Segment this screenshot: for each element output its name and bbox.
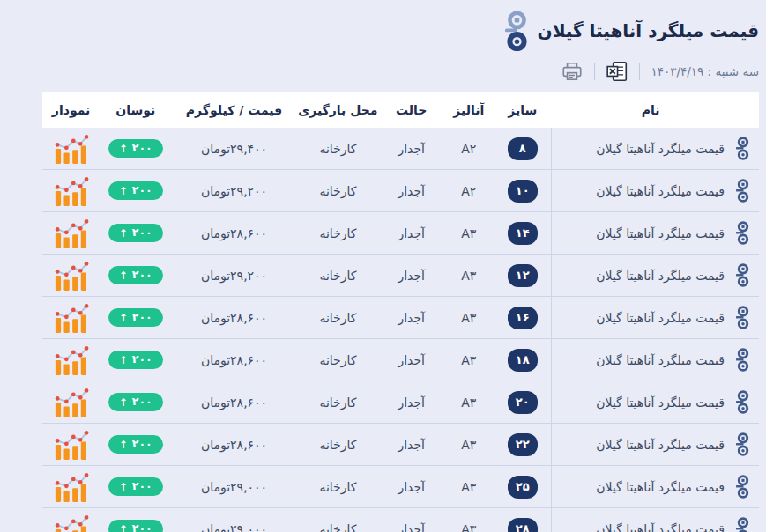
fluctuation-cell: ۲۰۰ ↑ (100, 212, 171, 254)
arrow-up-icon: ↑ (119, 397, 128, 408)
table-row[interactable]: قیمت میلگرد آناهیتا گیلان ۱۴ A۳ آجدار کا… (42, 212, 759, 255)
row-name-cell[interactable]: قیمت میلگرد آناهیتا گیلان (551, 128, 759, 169)
table-row[interactable]: قیمت میلگرد آناهیتا گیلان ۱۰ A۲ آجدار کا… (42, 170, 759, 212)
row-name-cell[interactable]: قیمت میلگرد آناهیتا گیلان (551, 212, 759, 254)
table-row[interactable]: قیمت میلگرد آناهیتا گیلان ۲۵ A۳ آجدار کا… (42, 466, 759, 508)
print-button[interactable] (561, 60, 584, 83)
price-value: ۲۹,۲۰۰ (230, 184, 267, 198)
size-badge: ۲۰ (508, 391, 538, 414)
product-name[interactable]: قیمت میلگرد آناهیتا گیلان (596, 142, 725, 156)
arrow-up-icon: ↑ (119, 524, 128, 532)
mini-bar-chart-icon[interactable] (54, 430, 89, 460)
row-name-cell[interactable]: قیمت میلگرد آناهیتا گیلان (551, 339, 759, 381)
product-name[interactable]: قیمت میلگرد آناهیتا گیلان (596, 480, 725, 494)
rebar-rings-icon (505, 11, 529, 51)
price-unit: تومان (201, 353, 230, 367)
chart-cell[interactable] (42, 339, 100, 381)
price-unit: تومان (201, 311, 230, 325)
product-name[interactable]: قیمت میلگرد آناهیتا گیلان (596, 269, 725, 283)
product-name[interactable]: قیمت میلگرد آناهیتا گیلان (596, 353, 725, 367)
chart-cell[interactable] (42, 381, 100, 423)
mini-bar-chart-icon[interactable] (54, 134, 89, 164)
price-cell: ۲۹,۲۰۰تومان (171, 255, 296, 296)
size-cell: ۱۰ (494, 170, 551, 211)
arrow-up-icon: ↑ (119, 482, 128, 492)
toolbar-divider (594, 63, 595, 80)
chart-cell[interactable] (42, 466, 100, 507)
product-name[interactable]: قیمت میلگرد آناهیتا گیلان (596, 226, 725, 240)
chart-cell[interactable] (42, 128, 100, 169)
analysis-cell: A۳ (443, 466, 494, 507)
header-price: قیمت / کیلوگرم (171, 103, 296, 117)
table-row[interactable]: قیمت میلگرد آناهیتا گیلان ۲۸ A۳ آجدار کا… (42, 508, 759, 532)
fluctuation-cell: ۲۰۰ ↑ (100, 466, 171, 507)
table-row[interactable]: قیمت میلگرد آناهیتا گیلان ۲۰ A۳ آجدار کا… (42, 381, 759, 424)
size-badge: ۲۲ (508, 433, 538, 456)
mini-bar-chart-icon[interactable] (54, 514, 89, 532)
fluctuation-cell: ۲۰۰ ↑ (100, 424, 171, 465)
chart-cell[interactable] (42, 297, 100, 338)
analysis-cell: A۲ (443, 128, 494, 169)
excel-icon (606, 60, 628, 83)
row-name-cell[interactable]: قیمت میلگرد آناهیتا گیلان (551, 255, 759, 296)
fluctuation-value: ۲۰۰ (132, 523, 152, 532)
price-text: ۲۸,۶۰۰تومان (201, 353, 267, 367)
table-row[interactable]: قیمت میلگرد آناهیتا گیلان ۱۶ A۳ آجدار کا… (42, 297, 759, 339)
mini-bar-chart-icon[interactable] (54, 345, 89, 375)
price-text: ۲۹,۰۰۰تومان (201, 480, 267, 494)
row-name-cell[interactable]: قیمت میلگرد آناهیتا گیلان (551, 466, 759, 507)
table-row[interactable]: قیمت میلگرد آناهیتا گیلان ۱۲ A۳ آجدار کا… (42, 255, 759, 297)
row-name-cell[interactable]: قیمت میلگرد آناهیتا گیلان (551, 170, 759, 211)
chart-cell[interactable] (42, 212, 100, 254)
analysis-cell: A۳ (443, 212, 494, 254)
fluctuation-cell: ۲۰۰ ↑ (100, 255, 171, 296)
fluctuation-value: ۲۰۰ (132, 143, 152, 154)
mini-bar-chart-icon[interactable] (54, 261, 89, 291)
state-cell: آجدار (379, 381, 443, 423)
table-row[interactable]: قیمت میلگرد آناهیتا گیلان ۱۸ A۳ آجدار کا… (42, 339, 759, 381)
chart-cell[interactable] (42, 255, 100, 296)
price-cell: ۲۹,۲۰۰تومان (171, 170, 296, 211)
price-text: ۲۹,۴۰۰تومان (201, 142, 267, 156)
fluctuation-cell: ۲۰۰ ↑ (100, 170, 171, 211)
size-cell: ۱۸ (494, 339, 551, 381)
rebar-product-icon (736, 517, 750, 532)
location-cell: کارخانه (297, 424, 379, 465)
mini-bar-chart-icon[interactable] (54, 218, 89, 248)
mini-bar-chart-icon[interactable] (54, 303, 89, 333)
product-name[interactable]: قیمت میلگرد آناهیتا گیلان (596, 438, 725, 452)
chart-cell[interactable] (42, 508, 100, 532)
fluctuation-value: ۲۰۰ (132, 354, 152, 366)
price-unit: تومان (201, 269, 230, 283)
price-unit: تومان (201, 395, 230, 410)
fluctuation-badge: ۲۰۰ ↑ (108, 477, 163, 496)
fluctuation-value: ۲۰۰ (132, 312, 152, 323)
mini-bar-chart-icon[interactable] (54, 176, 89, 206)
row-name-cell[interactable]: قیمت میلگرد آناهیتا گیلان (551, 508, 759, 532)
price-text: ۲۹,۲۰۰تومان (201, 269, 267, 283)
table-header-row: نام سایز آنالیز حالت محل بارگیری قیمت / … (42, 92, 759, 128)
price-value: ۲۹,۲۰۰ (230, 269, 267, 283)
chart-cell[interactable] (42, 170, 100, 211)
product-name[interactable]: قیمت میلگرد آناهیتا گیلان (596, 184, 725, 198)
excel-export-button[interactable] (606, 60, 628, 83)
fluctuation-badge: ۲۰۰ ↑ (108, 351, 163, 369)
header-analysis: آنالیز (443, 103, 494, 117)
mini-bar-chart-icon[interactable] (54, 388, 89, 417)
header-toolbar: سه شنبه : ۱۴۰۳/۴/۱۹ (561, 59, 759, 84)
table-row[interactable]: قیمت میلگرد آناهیتا گیلان ۲۲ A۳ آجدار کا… (42, 424, 759, 466)
chart-cell[interactable] (42, 424, 100, 465)
location-cell: کارخانه (297, 255, 379, 296)
mini-bar-chart-icon[interactable] (54, 472, 89, 502)
table-row[interactable]: قیمت میلگرد آناهیتا گیلان ۸ A۲ آجدار کار… (42, 128, 759, 170)
fluctuation-value: ۲۰۰ (132, 439, 152, 450)
product-name[interactable]: قیمت میلگرد آناهیتا گیلان (596, 311, 725, 325)
row-name-cell[interactable]: قیمت میلگرد آناهیتا گیلان (551, 424, 759, 465)
product-name[interactable]: قیمت میلگرد آناهیتا گیلان (596, 522, 725, 532)
size-badge: ۱۰ (508, 180, 538, 203)
row-name-cell[interactable]: قیمت میلگرد آناهیتا گیلان (551, 381, 759, 423)
rebar-product-icon (736, 221, 750, 245)
product-name[interactable]: قیمت میلگرد آناهیتا گیلان (596, 395, 725, 410)
price-value: ۲۸,۶۰۰ (230, 353, 267, 367)
row-name-cell[interactable]: قیمت میلگرد آناهیتا گیلان (551, 297, 759, 338)
